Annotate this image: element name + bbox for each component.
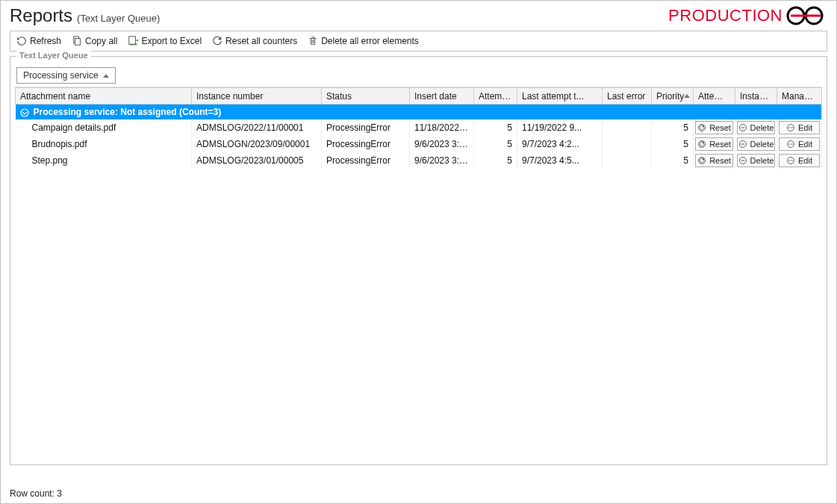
cell-attachment: Campaign details.pdf <box>16 119 192 136</box>
edit-button[interactable]: Edit <box>779 137 820 151</box>
cell-attempts: 5 <box>474 136 517 152</box>
cell-status: ProcessingError <box>322 119 410 136</box>
reset-button-cell: Reset <box>694 136 735 152</box>
cell-last-error <box>603 119 652 136</box>
cell-attachment: Step.png <box>16 152 192 169</box>
brand-logo-icon <box>785 5 827 26</box>
delete-button[interactable]: Delete <box>737 137 775 151</box>
delete-button-cell: Delete <box>735 136 777 152</box>
delete-button-cell: Delete <box>735 152 777 169</box>
cell-priority: 5 <box>652 119 694 136</box>
reset-button[interactable]: Reset <box>695 137 733 151</box>
cell-attempts: 5 <box>474 119 517 136</box>
cell-last-error <box>603 136 652 152</box>
group-by-label: Processing service <box>23 70 99 81</box>
svg-point-20 <box>790 143 791 144</box>
reset-icon <box>697 140 706 149</box>
table-row[interactable]: Brudnopis.pdfADMSLOGN/2023/09/00001Proce… <box>16 136 822 152</box>
col-last-error[interactable]: Last error <box>603 88 652 105</box>
trash-icon <box>308 36 318 46</box>
cell-insert-date: 9/6/2023 3:4... <box>410 152 474 169</box>
cell-insert-date: 9/6/2023 3:1... <box>410 136 474 152</box>
col-attempts-limit[interactable]: Attemp... <box>694 88 735 105</box>
column-header-row: Attachment name Instance number Status I… <box>16 88 822 105</box>
copy-all-button[interactable]: Copy all <box>70 34 119 48</box>
col-priority[interactable]: Priority <box>652 88 694 105</box>
svg-rect-4 <box>75 39 80 46</box>
cell-priority: 5 <box>652 152 694 169</box>
delete-button[interactable]: Delete <box>737 121 775 134</box>
reset-button[interactable]: Reset <box>695 121 733 134</box>
copy-icon <box>72 36 82 46</box>
app-frame: Reports (Text Layer Queue) PRODUCTION Re… <box>0 0 837 504</box>
fieldset-legend: Text Layer Queue <box>16 51 91 60</box>
delete-errors-button[interactable]: Delete all error elements <box>306 34 420 48</box>
delete-button[interactable]: Delete <box>737 154 775 167</box>
col-attempts[interactable]: Attemp... <box>474 88 517 105</box>
page-title: Reports <box>10 5 72 26</box>
delete-icon <box>738 156 747 165</box>
col-attachment[interactable]: Attachment name <box>16 88 192 105</box>
header: Reports (Text Layer Queue) PRODUCTION <box>10 5 827 26</box>
brand-text: PRODUCTION <box>668 6 782 25</box>
brand: PRODUCTION <box>668 5 827 26</box>
cell-instance-number: ADMSLOG/2022/11/00001 <box>192 119 322 136</box>
reset-button-cell: Reset <box>694 119 735 136</box>
svg-text:XLSX: XLSX <box>130 43 138 46</box>
delete-button-cell: Delete <box>735 119 777 136</box>
delete-icon <box>738 123 747 132</box>
delete-icon <box>738 140 747 149</box>
table-row[interactable]: Campaign details.pdfADMSLOG/2022/11/0000… <box>16 119 822 136</box>
cell-last-attempt: 9/7/2023 4:2... <box>517 136 603 152</box>
reset-icon <box>697 123 706 132</box>
refresh-button[interactable]: Refresh <box>15 34 63 48</box>
cell-last-attempt: 11/19/2022 9... <box>517 119 603 136</box>
more-icon <box>786 156 795 165</box>
reset-counters-label: Reset all counters <box>225 36 297 46</box>
col-last-attempt[interactable]: Last attempt t... <box>517 88 603 105</box>
cell-instance-number: ADMSLOG/2023/01/00005 <box>192 152 322 169</box>
export-excel-button[interactable]: XLSX Export to Excel <box>126 34 203 48</box>
toolbar: Refresh Copy all XLSX Export to Excel Re… <box>10 31 827 52</box>
excel-icon: XLSX <box>128 36 138 46</box>
page-subtitle: (Text Layer Queue) <box>77 13 160 24</box>
refresh-label: Refresh <box>30 36 61 46</box>
cell-status: ProcessingError <box>322 136 410 152</box>
col-manage[interactable]: Manage p... <box>777 88 822 105</box>
cell-instance-number: ADMSLOGN/2023/09/00001 <box>192 136 322 152</box>
col-instance-number[interactable]: Instance number <box>192 88 322 105</box>
edit-button-cell: Edit <box>777 119 822 136</box>
col-instance[interactable]: Instance <box>735 88 777 105</box>
reset-button-cell: Reset <box>694 152 735 169</box>
cell-attachment: Brudnopis.pdf <box>16 136 192 152</box>
export-excel-label: Export to Excel <box>141 36 202 46</box>
svg-point-14 <box>792 127 793 128</box>
delete-errors-label: Delete all error elements <box>321 36 419 46</box>
svg-point-28 <box>792 160 793 161</box>
svg-point-19 <box>788 143 789 144</box>
cell-insert-date: 11/18/2022 8... <box>410 119 474 136</box>
sort-ascending-icon <box>684 94 690 98</box>
edit-button-cell: Edit <box>777 136 822 152</box>
grid: Attachment name Instance number Status I… <box>15 87 822 438</box>
reset-icon <box>697 156 706 165</box>
svg-point-26 <box>788 160 789 161</box>
table-row[interactable]: Step.pngADMSLOG/2023/01/00005ProcessingE… <box>16 152 822 169</box>
cell-priority: 5 <box>652 136 694 152</box>
queue-fieldset: Text Layer Queue Processing service Atta… <box>10 56 827 465</box>
cell-status: ProcessingError <box>322 152 410 169</box>
svg-point-21 <box>792 143 793 144</box>
more-icon <box>786 123 795 132</box>
col-insert-date[interactable]: Insert date <box>410 88 474 105</box>
svg-point-13 <box>790 127 791 128</box>
collapse-icon <box>20 108 29 117</box>
svg-point-12 <box>788 127 789 128</box>
edit-button[interactable]: Edit <box>779 121 820 134</box>
group-by-pill[interactable]: Processing service <box>16 67 116 84</box>
reset-counters-button[interactable]: Reset all counters <box>211 34 299 48</box>
group-row[interactable]: Processing service: Not assigned (Count=… <box>16 105 822 119</box>
reset-button[interactable]: Reset <box>695 154 733 167</box>
col-status[interactable]: Status <box>322 88 410 105</box>
edit-button[interactable]: Edit <box>779 154 820 167</box>
refresh-icon <box>16 36 27 46</box>
